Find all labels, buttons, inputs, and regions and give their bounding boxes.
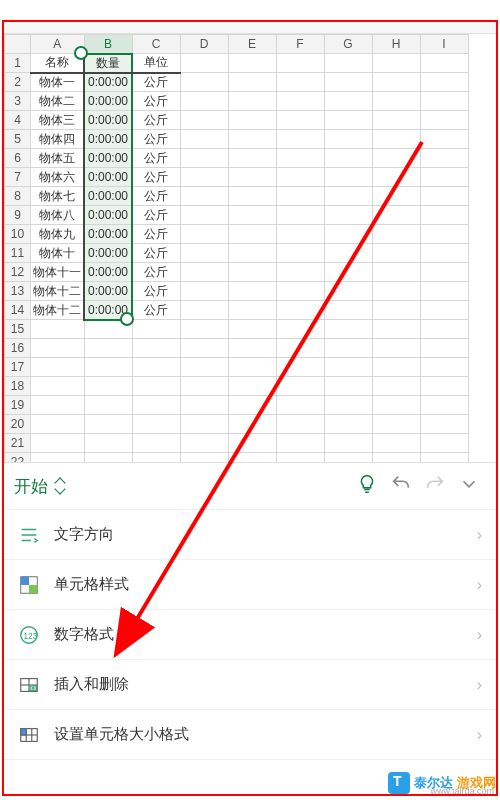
cell-H1[interactable] (372, 54, 420, 73)
cell-D11[interactable] (180, 244, 228, 263)
cell-E12[interactable] (228, 263, 276, 282)
cell-G10[interactable] (324, 225, 372, 244)
cell-I11[interactable] (420, 244, 468, 263)
cell-I7[interactable] (420, 168, 468, 187)
cell-H9[interactable] (372, 206, 420, 225)
cell-D22[interactable] (180, 453, 228, 463)
cell-E18[interactable] (228, 377, 276, 396)
cell-H15[interactable] (372, 320, 420, 339)
cell-C17[interactable] (132, 358, 180, 377)
cell-A12[interactable]: 物体十一 (31, 263, 85, 282)
cell-C21[interactable] (132, 434, 180, 453)
row-header-17[interactable]: 17 (5, 358, 31, 377)
cell-D21[interactable] (180, 434, 228, 453)
cell-B4[interactable]: 0:00:00 (84, 111, 132, 130)
cell-D10[interactable] (180, 225, 228, 244)
cell-D17[interactable] (180, 358, 228, 377)
cell-D6[interactable] (180, 149, 228, 168)
cell-I22[interactable] (420, 453, 468, 463)
cell-C3[interactable]: 公斤 (132, 92, 180, 111)
cell-E3[interactable] (228, 92, 276, 111)
cell-G21[interactable] (324, 434, 372, 453)
cell-D9[interactable] (180, 206, 228, 225)
cell-B5[interactable]: 0:00:00 (84, 130, 132, 149)
cell-G6[interactable] (324, 149, 372, 168)
cell-E10[interactable] (228, 225, 276, 244)
cell-I10[interactable] (420, 225, 468, 244)
row-header-1[interactable]: 1 (5, 54, 31, 73)
cell-F9[interactable] (276, 206, 324, 225)
cell-D13[interactable] (180, 282, 228, 301)
cell-G12[interactable] (324, 263, 372, 282)
cell-C7[interactable]: 公斤 (132, 168, 180, 187)
cell-B18[interactable] (84, 377, 132, 396)
row-header-9[interactable]: 9 (5, 206, 31, 225)
col-header-D[interactable]: D (180, 35, 228, 54)
cell-A17[interactable] (31, 358, 85, 377)
cell-G16[interactable] (324, 339, 372, 358)
cell-E20[interactable] (228, 415, 276, 434)
cell-C18[interactable] (132, 377, 180, 396)
cell-E11[interactable] (228, 244, 276, 263)
cell-G4[interactable] (324, 111, 372, 130)
col-header-C[interactable]: C (132, 35, 180, 54)
cell-C11[interactable]: 公斤 (132, 244, 180, 263)
cell-G15[interactable] (324, 320, 372, 339)
cell-E8[interactable] (228, 187, 276, 206)
cell-E13[interactable] (228, 282, 276, 301)
cell-I14[interactable] (420, 301, 468, 320)
cell-F11[interactable] (276, 244, 324, 263)
cell-G8[interactable] (324, 187, 372, 206)
cell-C1[interactable]: 单位 (132, 54, 180, 73)
cell-E17[interactable] (228, 358, 276, 377)
col-header-H[interactable]: H (372, 35, 420, 54)
row-header-14[interactable]: 14 (5, 301, 31, 320)
cell-A5[interactable]: 物体四 (31, 130, 85, 149)
cell-A4[interactable]: 物体三 (31, 111, 85, 130)
cell-F4[interactable] (276, 111, 324, 130)
cell-H4[interactable] (372, 111, 420, 130)
col-header-G[interactable]: G (324, 35, 372, 54)
cell-B8[interactable]: 0:00:00 (84, 187, 132, 206)
menu-item-cell-style[interactable]: 单元格样式 › (4, 560, 496, 610)
cell-D5[interactable] (180, 130, 228, 149)
cell-G14[interactable] (324, 301, 372, 320)
row-header-12[interactable]: 12 (5, 263, 31, 282)
col-header-F[interactable]: F (276, 35, 324, 54)
cell-H7[interactable] (372, 168, 420, 187)
cell-D12[interactable] (180, 263, 228, 282)
menu-item-text-direction[interactable]: 文字方向 › (4, 510, 496, 560)
cell-F3[interactable] (276, 92, 324, 111)
cell-D18[interactable] (180, 377, 228, 396)
cell-A18[interactable] (31, 377, 85, 396)
cell-H6[interactable] (372, 149, 420, 168)
cell-I4[interactable] (420, 111, 468, 130)
cell-H22[interactable] (372, 453, 420, 463)
cell-A9[interactable]: 物体八 (31, 206, 85, 225)
cell-C14[interactable]: 公斤 (132, 301, 180, 320)
cell-B20[interactable] (84, 415, 132, 434)
cell-A20[interactable] (31, 415, 85, 434)
cell-G5[interactable] (324, 130, 372, 149)
cell-E19[interactable] (228, 396, 276, 415)
cell-H18[interactable] (372, 377, 420, 396)
cell-I2[interactable] (420, 73, 468, 92)
cell-I13[interactable] (420, 282, 468, 301)
cell-F19[interactable] (276, 396, 324, 415)
cell-C8[interactable]: 公斤 (132, 187, 180, 206)
cell-F7[interactable] (276, 168, 324, 187)
cell-A21[interactable] (31, 434, 85, 453)
cell-E6[interactable] (228, 149, 276, 168)
cell-D7[interactable] (180, 168, 228, 187)
cell-E5[interactable] (228, 130, 276, 149)
cell-B12[interactable]: 0:00:00 (84, 263, 132, 282)
cell-F17[interactable] (276, 358, 324, 377)
cell-E9[interactable] (228, 206, 276, 225)
cell-C12[interactable]: 公斤 (132, 263, 180, 282)
cell-E14[interactable] (228, 301, 276, 320)
cell-B11[interactable]: 0:00:00 (84, 244, 132, 263)
cell-F12[interactable] (276, 263, 324, 282)
row-header-20[interactable]: 20 (5, 415, 31, 434)
cell-F6[interactable] (276, 149, 324, 168)
undo-icon[interactable] (384, 473, 418, 500)
